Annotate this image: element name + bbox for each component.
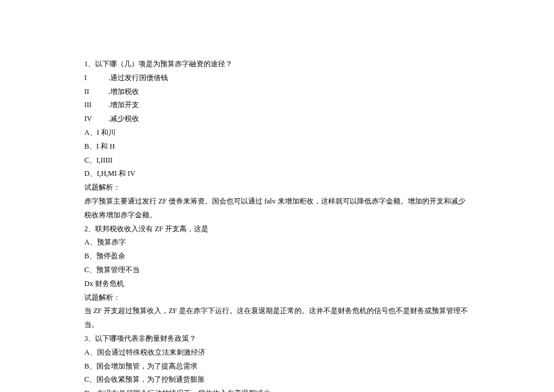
q1-option-IV: IV .减少税收 — [84, 112, 470, 126]
option-label: III — [84, 98, 108, 112]
q1-option-II: II .增加税收 — [84, 85, 470, 99]
q1-choice-A: A、I 和川 — [84, 126, 470, 140]
q2-choice-A: A、预算赤字 — [84, 235, 470, 249]
q1-choice-D: D、I,H,MI 和 IV — [84, 167, 470, 181]
option-text: .减少税收 — [108, 112, 139, 126]
q1-option-III: III .增加开支 — [84, 98, 470, 112]
q3-choice-A: A、国会通过特殊税收立法来刺激经济 — [84, 346, 470, 359]
q3-choice-C: C、国会收紧预算，为了控制通货膨胀 — [84, 373, 470, 387]
q3-choice-B: B、国会增加预管，为了提高总需求 — [84, 359, 470, 373]
q2-choice-C: C、预算管理不当 — [84, 263, 470, 277]
option-label: II — [84, 85, 108, 99]
option-label: IV — [84, 112, 108, 126]
option-text: .通过发行国债借钱 — [108, 71, 168, 85]
q1-analysis-text: 赤字预算主要通过发行 ZF 债券来筹资。国会也可以通过 falv 来增加柜收，这… — [84, 194, 470, 222]
q1-stem: 1、以下哪（几）项是为预算赤字融资的途径？ — [84, 57, 470, 71]
q2-choice-B: B、预停盈余 — [84, 249, 470, 263]
q3-choice-D: D、在没有任何国会行动的情况下，税收收入在衰退期减少 — [84, 387, 470, 392]
q2-analysis-label: 试题解析： — [84, 291, 470, 305]
q1-option-I: I .通过发行国债借钱 — [84, 71, 470, 85]
q1-choice-B: B、I 和 H — [84, 140, 470, 154]
q1-choice-C: C、I,IIIII — [84, 154, 470, 167]
option-text: .增加开支 — [108, 98, 139, 112]
q2-choice-D: Dx 财务危机 — [84, 277, 470, 291]
option-label: I — [84, 71, 108, 85]
q1-analysis-label: 试题解析： — [84, 181, 470, 194]
option-text: .增加税收 — [108, 85, 139, 99]
q3-stem: 3、以下哪项代表非酌量财务政策？ — [84, 332, 470, 346]
q2-analysis-text: 当 ZF 开支超过预算收入，ZF 是在赤字下运行。这在衰退期是正常的。这并不是财… — [84, 304, 470, 332]
q2-stem: 2、联邦税收收入没有 ZF 开支高，这是 — [84, 222, 470, 236]
